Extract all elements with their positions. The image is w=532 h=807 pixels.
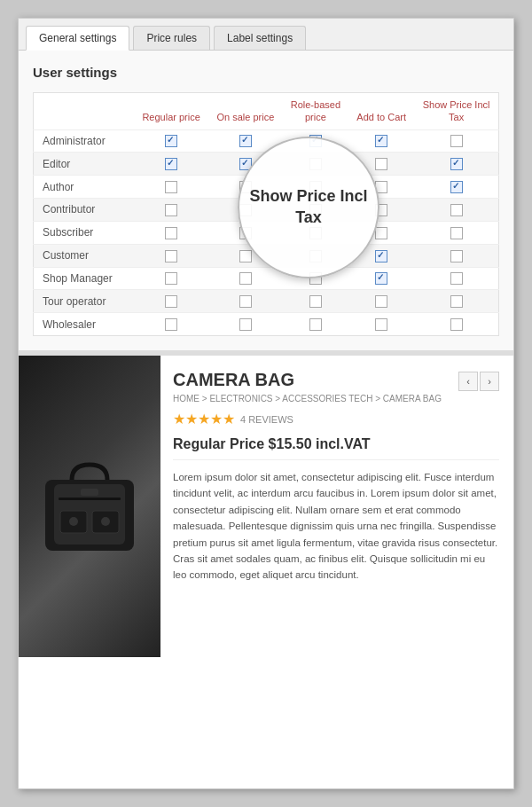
checkbox-add_to_cart[interactable] — [375, 181, 387, 193]
checkbox-regular_price[interactable] — [165, 318, 177, 331]
checkbox-regular_price[interactable] — [165, 158, 177, 170]
cell-role_based_price[interactable] — [283, 290, 349, 313]
checkbox-add_to_cart[interactable] — [375, 227, 387, 239]
cell-add_to_cart[interactable] — [348, 313, 414, 336]
cell-show_price_incl_tax[interactable] — [414, 313, 498, 336]
tab-label-settings[interactable]: Label settings — [214, 26, 306, 50]
tab-price-rules[interactable]: Price rules — [133, 26, 210, 50]
cell-show_price_incl_tax[interactable] — [414, 244, 498, 267]
cell-add_to_cart[interactable] — [348, 267, 414, 290]
checkbox-regular_price[interactable] — [165, 227, 177, 239]
cell-add_to_cart[interactable] — [348, 221, 414, 244]
checkbox-add_to_cart[interactable] — [375, 318, 387, 331]
cell-on_sale_price[interactable] — [208, 153, 282, 176]
cell-regular_price[interactable] — [134, 313, 208, 336]
checkbox-role_based_price[interactable] — [309, 181, 322, 193]
cell-add_to_cart[interactable] — [348, 244, 414, 267]
checkbox-on_sale_price[interactable] — [239, 272, 252, 285]
cell-regular_price[interactable] — [134, 290, 208, 313]
checkbox-role_based_price[interactable] — [309, 158, 322, 170]
checkbox-add_to_cart[interactable] — [375, 158, 387, 170]
cell-add_to_cart[interactable] — [348, 199, 414, 222]
checkbox-role_based_price[interactable] — [309, 204, 322, 216]
checkbox-on_sale_price[interactable] — [239, 250, 252, 262]
cell-regular_price[interactable] — [134, 221, 208, 244]
checkbox-regular_price[interactable] — [165, 204, 177, 216]
cell-show_price_incl_tax[interactable] — [414, 153, 498, 176]
checkbox-show_price_incl_tax[interactable] — [450, 250, 463, 262]
cell-regular_price[interactable] — [134, 129, 208, 153]
checkbox-show_price_incl_tax[interactable] — [450, 318, 463, 331]
cell-regular_price[interactable] — [134, 267, 208, 290]
cell-on_sale_price[interactable] — [208, 176, 282, 199]
checkbox-show_price_incl_tax[interactable] — [450, 158, 463, 170]
col-header-regular-price: Regular price — [134, 93, 208, 130]
checkbox-show_price_incl_tax[interactable] — [450, 204, 463, 216]
cell-role_based_price[interactable] — [283, 313, 349, 336]
checkbox-role_based_price[interactable] — [309, 227, 322, 239]
stars-row: ★★★★★ 4 REVIEWS — [173, 411, 499, 427]
checkbox-add_to_cart[interactable] — [375, 272, 387, 285]
checkbox-regular_price[interactable] — [165, 272, 177, 285]
cell-regular_price[interactable] — [134, 199, 208, 222]
checkbox-show_price_incl_tax[interactable] — [450, 227, 463, 239]
cell-show_price_incl_tax[interactable] — [414, 129, 498, 153]
checkbox-role_based_price[interactable] — [309, 272, 322, 285]
checkbox-add_to_cart[interactable] — [375, 250, 387, 262]
cell-role_based_price[interactable] — [283, 129, 349, 153]
checkbox-on_sale_price[interactable] — [239, 318, 252, 331]
cell-on_sale_price[interactable] — [208, 129, 282, 153]
checkbox-add_to_cart[interactable] — [375, 135, 387, 147]
col-header-show-price-incl-tax: Show Price InclTax — [414, 93, 498, 130]
cell-regular_price[interactable] — [134, 153, 208, 176]
cell-on_sale_price[interactable] — [208, 290, 282, 313]
checkbox-add_to_cart[interactable] — [375, 204, 387, 216]
checkbox-on_sale_price[interactable] — [239, 158, 252, 170]
checkbox-regular_price[interactable] — [165, 135, 177, 147]
cell-on_sale_price[interactable] — [208, 221, 282, 244]
cell-on_sale_price[interactable] — [208, 267, 282, 290]
cell-on_sale_price[interactable] — [208, 244, 282, 267]
cell-role_based_price[interactable] — [283, 176, 349, 199]
cell-regular_price[interactable] — [134, 176, 208, 199]
checkbox-on_sale_price[interactable] — [239, 135, 252, 147]
checkbox-show_price_incl_tax[interactable] — [450, 135, 463, 147]
checkbox-regular_price[interactable] — [165, 295, 177, 308]
cell-on_sale_price[interactable] — [208, 313, 282, 336]
checkbox-on_sale_price[interactable] — [239, 204, 252, 216]
cell-role_based_price[interactable] — [283, 221, 349, 244]
cell-show_price_incl_tax[interactable] — [414, 267, 498, 290]
checkbox-role_based_price[interactable] — [309, 250, 322, 262]
cell-add_to_cart[interactable] — [348, 153, 414, 176]
checkbox-role_based_price[interactable] — [309, 135, 322, 147]
svg-point-6 — [101, 517, 110, 526]
cell-on_sale_price[interactable] — [208, 199, 282, 222]
cell-show_price_incl_tax[interactable] — [414, 221, 498, 244]
checkbox-add_to_cart[interactable] — [375, 295, 387, 308]
product-header: CAMERA BAG HOME > ELECTRONICS > ACCESSOR… — [173, 370, 499, 411]
tab-general-settings[interactable]: General settings — [26, 26, 129, 51]
checkbox-show_price_incl_tax[interactable] — [450, 181, 463, 193]
cell-role_based_price[interactable] — [283, 153, 349, 176]
cell-add_to_cart[interactable] — [348, 129, 414, 153]
cell-add_to_cart[interactable] — [348, 290, 414, 313]
cell-role_based_price[interactable] — [283, 267, 349, 290]
checkbox-on_sale_price[interactable] — [239, 181, 252, 193]
checkbox-show_price_incl_tax[interactable] — [450, 295, 463, 308]
cell-add_to_cart[interactable] — [348, 176, 414, 199]
next-button[interactable]: › — [480, 372, 499, 391]
checkbox-show_price_incl_tax[interactable] — [450, 272, 463, 285]
checkbox-role_based_price[interactable] — [309, 295, 322, 308]
checkbox-regular_price[interactable] — [165, 250, 177, 262]
checkbox-on_sale_price[interactable] — [239, 295, 252, 308]
cell-regular_price[interactable] — [134, 244, 208, 267]
prev-button[interactable]: ‹ — [458, 372, 478, 391]
cell-role_based_price[interactable] — [283, 244, 349, 267]
checkbox-on_sale_price[interactable] — [239, 227, 252, 239]
cell-role_based_price[interactable] — [283, 199, 349, 222]
checkbox-role_based_price[interactable] — [309, 318, 322, 331]
cell-show_price_incl_tax[interactable] — [414, 290, 498, 313]
cell-show_price_incl_tax[interactable] — [414, 199, 498, 222]
checkbox-regular_price[interactable] — [165, 181, 177, 193]
cell-show_price_incl_tax[interactable] — [414, 176, 498, 199]
